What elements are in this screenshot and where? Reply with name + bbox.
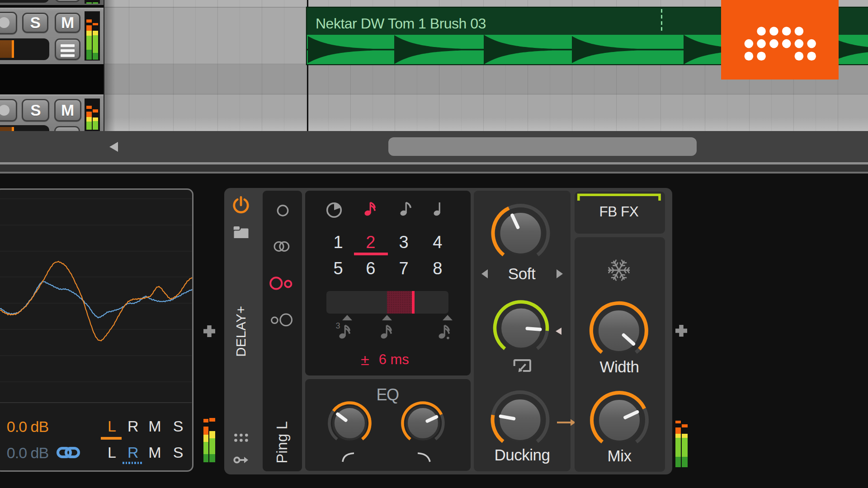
source-r[interactable]: R (127, 418, 139, 435)
track0-menu-button[interactable] (55, 0, 80, 2)
track1-mute-label: M (61, 14, 74, 32)
delay-time-slider[interactable] (326, 291, 448, 314)
chain-in-meter-seg (209, 454, 215, 462)
chain-out-meter-peak (675, 421, 681, 423)
track1-meter-seg (86, 25, 92, 31)
delay-offset-value[interactable]: ± 6 ms (361, 351, 420, 368)
timeline-row-divider (104, 94, 868, 95)
scope-ch1-gain[interactable]: 0.0 dB (7, 418, 48, 436)
source-l[interactable]: L (108, 418, 116, 435)
sync-multiplier-2[interactable]: 2 (366, 233, 375, 252)
track2-meter-seg (86, 117, 92, 121)
track2-solo-button[interactable]: S (22, 99, 49, 122)
label-width: Width (600, 358, 639, 376)
source-r[interactable]: R (127, 443, 139, 461)
delay-time-slider-block[interactable] (387, 291, 415, 314)
sync-multiplier-6[interactable]: 6 (366, 259, 375, 278)
scroll-left-arrow-icon[interactable] (109, 142, 118, 152)
sync-multiplier-8[interactable]: 8 (433, 259, 442, 278)
grid-line-minor (151, 0, 152, 131)
source-s[interactable]: S (173, 418, 184, 435)
header-timeline-divider (104, 0, 104, 131)
device-power-icon[interactable] (231, 195, 251, 215)
add-device-button-right[interactable] (672, 322, 690, 340)
delay-mode-mono-icon[interactable] (271, 199, 294, 222)
chain-in-meter-seg (203, 454, 208, 462)
source-l[interactable]: L (108, 443, 116, 461)
track1-arm-circle (0, 17, 9, 28)
device-drag-handle-icon[interactable] (232, 432, 250, 444)
track1-mute-button[interactable]: M (55, 13, 80, 33)
sync-multiplier-5[interactable]: 5 (333, 259, 343, 278)
delay-mode-pingpong-l-icon[interactable] (269, 272, 296, 295)
sync-multiplier-3[interactable]: 3 (399, 233, 409, 252)
chain-out-meter-seg (675, 457, 681, 467)
panel-splitter[interactable] (0, 164, 868, 172)
bitwig-logo-overlay (721, 0, 839, 80)
label-mix: Mix (608, 447, 632, 465)
track1-volume-fader[interactable] (0, 38, 49, 60)
hamburger-icon (56, 40, 79, 59)
track1-meter-seg (93, 31, 98, 35)
chain-out-meter-seg (675, 438, 681, 457)
clip-loop-marker (661, 9, 662, 33)
bitwig-logo-dots (721, 0, 839, 80)
link-channels-icon[interactable] (55, 444, 82, 462)
slider-marker-triplet[interactable] (342, 315, 352, 320)
track2-meter-seg (93, 121, 98, 130)
dotted-note-icon (435, 323, 455, 339)
soft-next-arrow[interactable] (557, 269, 563, 278)
offset-value: 6 ms (379, 352, 409, 368)
slider-marker-straight[interactable] (382, 315, 392, 320)
grid-line-minor (195, 0, 196, 131)
source-m[interactable]: M (148, 443, 161, 461)
chain-out-meter-seg (682, 434, 687, 438)
device-mapping-icon[interactable] (232, 455, 250, 465)
freeze-snowflake-icon[interactable] (605, 257, 632, 284)
add-device-button-left[interactable] (200, 322, 218, 340)
sync-mode-quarter-icon[interactable] (430, 200, 448, 218)
track1-meter-seg (86, 36, 92, 50)
track1-arm-button[interactable] (0, 12, 17, 34)
sync-mode-8th-icon[interactable] (396, 200, 415, 218)
label-soft: Soft (508, 265, 535, 283)
delay-mode-pingpong-r-icon[interactable] (269, 309, 296, 332)
soft-prev-arrow[interactable] (481, 269, 488, 278)
track1-meter-seg (93, 53, 98, 60)
feedback-loop-icon[interactable] (513, 358, 533, 377)
track1-solo-button[interactable]: S (22, 13, 48, 33)
sync-multiplier-7[interactable]: 7 (399, 259, 409, 278)
track1-menu-button[interactable] (55, 38, 80, 60)
track2-mute-button[interactable]: M (54, 99, 81, 122)
grid-line-major (129, 0, 130, 131)
straight-note-icon (377, 323, 397, 339)
track2-arm-button[interactable] (0, 99, 17, 122)
scope-ch2-underline (123, 462, 142, 464)
track0-fader-box (0, 0, 49, 3)
scrollbar-thumb[interactable] (388, 137, 697, 156)
slider-marker-dotted[interactable] (443, 315, 453, 320)
track2-meter-peak (93, 109, 98, 113)
track1-fader-handle[interactable] (12, 40, 14, 58)
svg-text:3: 3 (336, 321, 340, 330)
device-folder-icon[interactable] (232, 225, 250, 240)
chain-out-meter-seg (682, 457, 687, 467)
horizontal-scrollbar[interactable] (0, 131, 868, 162)
grid-line-minor (240, 0, 241, 131)
sync-mode-time-icon[interactable] (324, 200, 344, 220)
delay-mode-stereo-icon[interactable] (268, 235, 295, 258)
track1-meter-peak (86, 19, 92, 23)
sync-multiplier-1[interactable]: 1 (333, 233, 343, 252)
offset-sign: ± (361, 351, 369, 369)
scope-ch2-gain[interactable]: 0.0 dB (7, 444, 48, 462)
sync-mode-16th-icon[interactable] (361, 200, 379, 218)
source-m[interactable]: M (148, 418, 161, 435)
fbfx-title: FB FX (599, 203, 639, 220)
sync-multiplier-4[interactable]: 4 (433, 233, 442, 252)
track1-fader-fill (0, 40, 12, 58)
arranger-timeline[interactable]: Nektar DW Tom 1 Brush 03 (104, 0, 868, 131)
triplet-note-icon: 3 (335, 323, 355, 339)
grid-line-major (173, 0, 174, 131)
source-s[interactable]: S (173, 443, 184, 461)
chain-in-meter-seg (209, 431, 215, 438)
